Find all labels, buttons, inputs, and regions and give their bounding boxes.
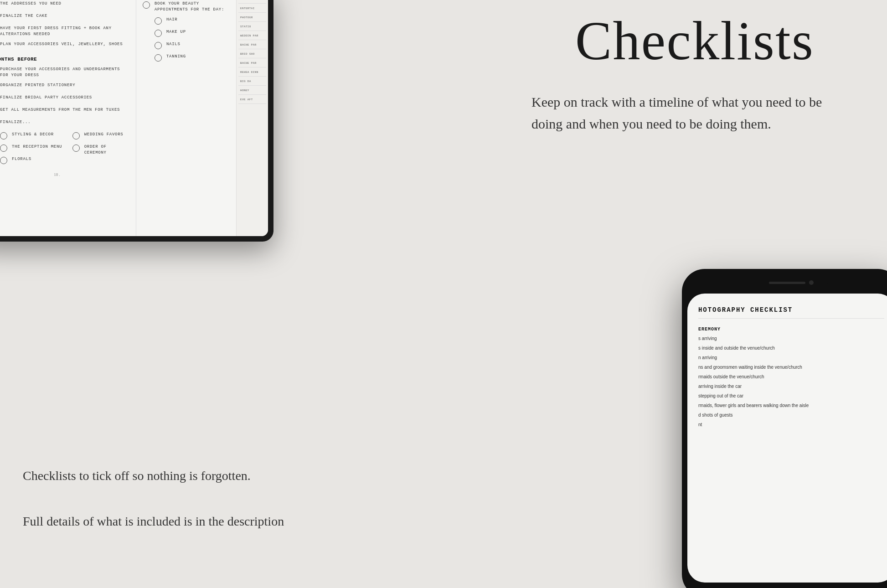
list-item: NAILS bbox=[155, 41, 230, 49]
list-item: arriving inside the car bbox=[698, 383, 884, 390]
sidebar-tab[interactable]: STATIO bbox=[238, 23, 266, 31]
item-text: TANNING bbox=[166, 54, 186, 60]
item-text: ORGANIZE PRINTED STATIONERY bbox=[0, 83, 75, 88]
tablet-sidebar: DECOR ENTERTAI PHOTOGR STATIO WEDDIN PAR… bbox=[236, 0, 268, 236]
checkbox-icon[interactable] bbox=[155, 54, 162, 62]
sidebar-tab[interactable]: PHOTOGR bbox=[238, 14, 266, 22]
item-text: FINALIZE THE CAKE bbox=[0, 13, 47, 19]
item-text: ORDER OF CEREMONY bbox=[84, 144, 126, 155]
list-item: s arriving bbox=[698, 335, 884, 342]
item-text: THE ADDRESSES YOU NEED bbox=[0, 1, 62, 7]
item-text: FINALIZE... bbox=[0, 119, 31, 125]
item-text: HAVE YOUR FIRST DRESS FITTING + BOOK ANY… bbox=[0, 26, 126, 37]
sidebar-tab[interactable]: WEDDIN PAR bbox=[238, 32, 266, 40]
item-text: PURCHASE YOUR ACCESSORIES AND UNDERGARME… bbox=[0, 67, 126, 78]
sidebar-tab[interactable]: BRID SHO bbox=[238, 50, 266, 58]
sidebar-tab[interactable]: DECOR bbox=[238, 0, 266, 4]
item-text: GET ALL MEASUREMENTS FROM THE MEN FOR TU… bbox=[0, 107, 120, 113]
bottom-text-2: Full details of what is included is in t… bbox=[23, 514, 284, 529]
sidebar-tab[interactable]: ENTERTAI bbox=[238, 5, 266, 13]
phone-checklist-title: HOTOGRAPHY CHECKLIST bbox=[698, 306, 884, 319]
item-text: HAIR bbox=[166, 17, 177, 23]
checkbox-icon[interactable] bbox=[155, 30, 162, 37]
phone-screen: HOTOGRAPHY CHECKLIST EREMONY s arriving … bbox=[687, 294, 887, 583]
phone-device: HOTOGRAPHY CHECKLIST EREMONY s arriving … bbox=[682, 269, 887, 588]
phone-camera-icon bbox=[809, 280, 814, 285]
list-item: HAVE YOUR FIRST DRESS FITTING + BOOK ANY… bbox=[0, 26, 126, 37]
section-heading-3months: 3 MONTHS BEFORE bbox=[0, 57, 126, 62]
list-item: TANNING bbox=[155, 54, 230, 62]
list-item: THE RECEPTION MENU bbox=[0, 144, 64, 152]
list-item: WEDDING FAVORS bbox=[72, 132, 126, 139]
checkbox-icon[interactable] bbox=[72, 132, 80, 139]
list-item: PLAN YOUR ACCESSORIES VEIL, JEWELLERY, S… bbox=[0, 41, 126, 49]
list-item: STYLING & DECOR bbox=[0, 132, 64, 139]
phone-notch bbox=[755, 276, 828, 289]
sidebar-tab[interactable]: EVE AFT bbox=[238, 96, 266, 104]
list-item: ORGANIZE PRINTED STATIONERY bbox=[0, 83, 126, 90]
list-item: PURCHASE YOUR ACCESSORIES AND UNDERGARME… bbox=[0, 67, 126, 78]
main-subtitle: Keep on track with a timeline of what yo… bbox=[531, 91, 841, 135]
checkbox-icon[interactable] bbox=[72, 144, 80, 152]
sidebar-tab[interactable]: BIG DA bbox=[238, 77, 266, 86]
tablet-content: THE ADDRESSES YOU NEED FINALIZE THE CAKE… bbox=[0, 0, 136, 236]
list-item: FINALIZE THE CAKE bbox=[0, 13, 126, 21]
sidebar-tab[interactable]: BACHE PAR bbox=[238, 41, 266, 49]
list-item: HAIR bbox=[155, 17, 230, 25]
list-item: ORDER OF CEREMONY bbox=[72, 144, 126, 155]
item-text: STYLING & DECOR bbox=[12, 132, 54, 138]
sidebar-tab[interactable]: HONEY bbox=[238, 87, 266, 95]
list-item: d shots of guests bbox=[698, 412, 884, 418]
list-item: THE ADDRESSES YOU NEED bbox=[0, 1, 126, 9]
sidebar-tab[interactable]: REHEA DINN bbox=[238, 68, 266, 77]
item-text: THE RECEPTION MENU bbox=[12, 144, 62, 150]
list-item: GET ALL MEASUREMENTS FROM THE MEN FOR TU… bbox=[0, 107, 126, 115]
item-text: PLAN YOUR ACCESSORIES VEIL, JEWELLERY, S… bbox=[0, 41, 123, 47]
phone-notch-bar bbox=[769, 282, 805, 284]
list-item: n arriving bbox=[698, 355, 884, 361]
item-text: NAILS bbox=[166, 41, 180, 47]
phone-section-ceremony: EREMONY bbox=[698, 327, 884, 332]
item-text: WEDDING FAVORS bbox=[84, 132, 124, 138]
tablet-device: THE ADDRESSES YOU NEED FINALIZE THE CAKE… bbox=[0, 0, 273, 242]
main-title: Checklists bbox=[575, 14, 814, 68]
item-text: FLORALS bbox=[12, 156, 31, 162]
list-item: rmaids outside the venue/church bbox=[698, 374, 884, 380]
item-text: FINALIZE BRIDAL PARTY ACCESSORIES bbox=[0, 95, 92, 101]
checkbox-icon[interactable] bbox=[0, 157, 7, 164]
item-text: MAKE UP bbox=[166, 29, 186, 35]
list-item: FINALIZE... bbox=[0, 119, 126, 127]
list-item: nt bbox=[698, 422, 884, 428]
tablet-screen: THE ADDRESSES YOU NEED FINALIZE THE CAKE… bbox=[0, 0, 268, 236]
item-text: BOOK YOUR BEAUTY APPOINTMENTS FOR THE DA… bbox=[155, 1, 230, 12]
checkbox-icon[interactable] bbox=[155, 42, 162, 49]
tablet-pagination: 18 . bbox=[0, 172, 126, 177]
list-item: rmaids, flower girls and bearers walking… bbox=[698, 402, 884, 409]
checkbox-icon[interactable] bbox=[0, 144, 7, 152]
list-item: stepping out of the car bbox=[698, 393, 884, 399]
list-item: MAKE UP bbox=[155, 29, 230, 37]
bottom-text-1: Checklists to tick off so nothing is for… bbox=[23, 469, 251, 483]
list-item: ns and groomsmen waiting inside the venu… bbox=[698, 364, 884, 371]
list-item: FLORALS bbox=[0, 156, 64, 164]
checkbox-icon[interactable] bbox=[0, 132, 7, 139]
list-item: s inside and outside the venue/church bbox=[698, 345, 884, 351]
list-item: BOOK YOUR BEAUTY APPOINTMENTS FOR THE DA… bbox=[143, 1, 230, 12]
checkbox-icon[interactable] bbox=[155, 17, 162, 25]
checkbox-icon[interactable] bbox=[143, 1, 150, 9]
list-item: FINALIZE BRIDAL PARTY ACCESSORIES bbox=[0, 95, 126, 103]
sidebar-tab[interactable]: BACHE PAR bbox=[238, 59, 266, 67]
